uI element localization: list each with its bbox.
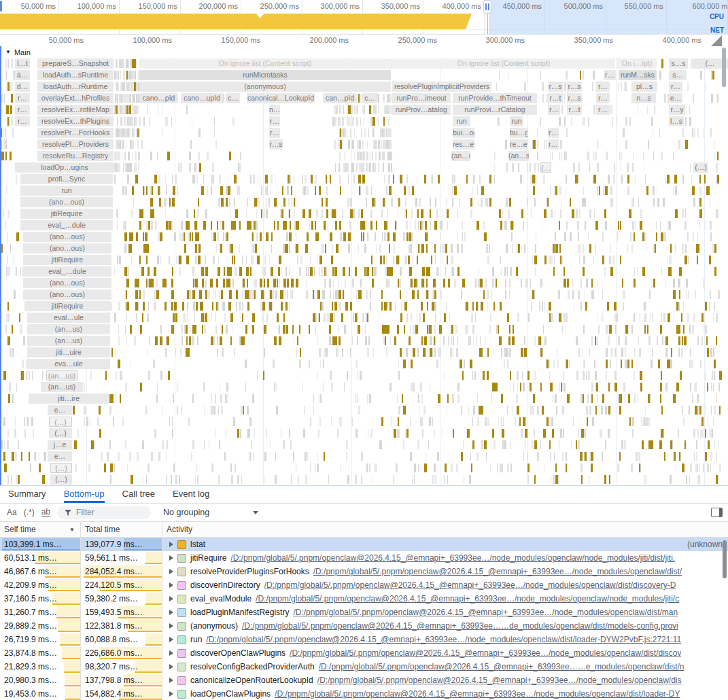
overview-left-handle[interactable] xyxy=(0,1,2,12)
sidebar-toggle-icon[interactable] xyxy=(711,508,723,517)
tab-call-tree[interactable]: Call tree xyxy=(122,486,155,503)
flame-frame[interactable]: resolveEx…rofileMap xyxy=(37,105,114,115)
filter-input[interactable]: Filter xyxy=(57,506,151,519)
expand-triangle-icon[interactable] xyxy=(169,569,173,574)
flame-frame[interactable]: (an…us) xyxy=(27,336,110,346)
source-link[interactable]: /D:/pnpm/global/5/.pnpm/openclaw@2026.4.… xyxy=(264,580,676,590)
flame-frame[interactable]: r… xyxy=(596,105,610,115)
overview-right-handle[interactable] xyxy=(483,0,491,14)
flame-frame[interactable]: pl…s xyxy=(631,82,657,92)
flame-frame[interactable]: resolvePluginImplicitProviders xyxy=(392,82,491,92)
flame-frame[interactable]: d… xyxy=(15,82,30,92)
flame-frame[interactable]: On i…ipt) xyxy=(617,58,657,69)
flame-frame[interactable]: (ano…ous) xyxy=(20,197,113,207)
column-total-time[interactable]: Total time xyxy=(81,522,162,537)
flame-frame[interactable]: r…t xyxy=(548,93,563,103)
flame-frame[interactable]: cano…pId xyxy=(139,93,178,103)
table-row[interactable]: 23,874.8 ms…226,686.0 ms…discoverOpenCla… xyxy=(0,646,728,660)
expand-triangle-icon[interactable] xyxy=(169,664,173,669)
flame-frame[interactable]: (ano…ous) xyxy=(23,232,111,242)
source-link[interactable]: /D:/pnpm/global/5/.pnpm/openclaw@2026.4.… xyxy=(230,553,675,563)
source-link[interactable]: /D:/pnpm/global/5/.pnpm/openclaw@2026.4.… xyxy=(313,567,682,576)
flame-frame[interactable]: (ano…ous) xyxy=(23,290,111,300)
flame-frame[interactable]: r… xyxy=(596,93,610,103)
flame-frame[interactable]: e… xyxy=(48,405,72,415)
flame-frame[interactable]: (an…us) xyxy=(46,370,77,381)
flame-frame[interactable]: re…ey xyxy=(510,139,527,150)
flame-frame[interactable]: c… xyxy=(226,93,240,103)
table-row[interactable]: 29,889.2 ms…122,381.8 ms…(anonymous)/D:/… xyxy=(0,619,728,633)
expand-triangle-icon[interactable] xyxy=(169,582,173,588)
flame-frame[interactable]: can…pId xyxy=(323,93,357,103)
expand-triangle-icon[interactable] xyxy=(169,637,173,642)
source-link[interactable]: /D:/pnpm/global/5/.pnpm/openclaw@2026.4.… xyxy=(256,594,679,603)
flame-frame[interactable]: profi…Sync xyxy=(20,174,113,184)
flame-frame[interactable]: loadAuth…rRuntime xyxy=(37,82,114,92)
source-link[interactable]: /D:/pnpm/global/5/.pnpm/openclaw@2026.4.… xyxy=(319,662,684,671)
flame-frame[interactable]: e… xyxy=(669,93,682,103)
flame-frame[interactable]: r… xyxy=(269,128,280,138)
source-link[interactable]: /D:/pnpm/global/5/.pnpm/openclaw@2026.4.… xyxy=(290,648,681,658)
flame-frame[interactable]: jitiRequire xyxy=(23,255,111,265)
tab-summary[interactable]: Summary xyxy=(8,486,46,503)
timeline-overview[interactable]: 50,000 ms100,000 ms150,000 ms200,000 ms2… xyxy=(0,0,728,35)
flame-frame[interactable]: eva…ule xyxy=(27,359,110,369)
expand-triangle-icon[interactable] xyxy=(169,555,173,561)
flame-frame[interactable]: r… xyxy=(669,82,682,92)
main-track-header[interactable]: ▼ Main xyxy=(0,46,728,58)
flame-frame[interactable]: a… xyxy=(15,70,30,80)
flame-frame[interactable]: r… xyxy=(548,139,559,150)
flame-frame[interactable]: runPro…imeout xyxy=(392,93,451,103)
flame-frame[interactable]: runProv…atalog xyxy=(392,105,451,115)
flame-frame[interactable]: (…) xyxy=(50,474,72,485)
flame-frame[interactable]: r…s xyxy=(269,139,283,150)
table-row[interactable]: 37,160.5 ms…59,380.2 ms…eval_evalModule/… xyxy=(0,592,728,606)
flame-frame[interactable]: res…ey xyxy=(453,139,474,150)
flame-frame[interactable]: (…) xyxy=(49,428,72,438)
flame-frame[interactable]: bui…og xyxy=(453,128,474,138)
tab-event-log[interactable]: Event log xyxy=(173,486,209,503)
expand-triangle-icon[interactable] xyxy=(169,678,173,683)
flame-frame[interactable]: r… xyxy=(15,105,30,115)
flame-frame[interactable]: prepareS…Snapshot xyxy=(37,58,114,69)
flame-frame[interactable]: cano…upId xyxy=(181,93,223,103)
flame-frame[interactable]: l…s xyxy=(669,116,684,126)
flame-frame[interactable]: jiti…ire xyxy=(29,393,109,404)
flame-frame[interactable]: (anonymous) xyxy=(139,82,391,92)
regex-button[interactable]: (.*) xyxy=(24,508,35,517)
flame-frame[interactable]: runMicrotasks xyxy=(139,70,391,80)
flame-frame[interactable]: resolvePr…ForHooks xyxy=(37,128,114,138)
table-row[interactable]: 26,719.9 ms…60,088.8 ms…run/D:/pnpm/glob… xyxy=(0,633,728,646)
flame-frame[interactable]: run xyxy=(510,116,523,126)
flame-frame[interactable]: s…s xyxy=(669,58,688,69)
flame-frame[interactable]: n…s xyxy=(631,93,656,103)
expand-triangle-icon[interactable] xyxy=(169,542,173,547)
flame-frame[interactable]: s… xyxy=(669,70,687,80)
flame-frame[interactable]: (an…us) xyxy=(451,151,470,161)
flame-frame[interactable]: overlayExt…hProfiles xyxy=(37,93,114,103)
flame-frame[interactable]: eval_…dule xyxy=(23,266,111,277)
expand-triangle-icon[interactable] xyxy=(169,623,173,629)
flame-frame[interactable]: (an…us) xyxy=(41,382,83,392)
flame-frame[interactable]: r…s xyxy=(567,82,582,92)
flame-frame[interactable]: runProvide…thTimeout xyxy=(453,93,537,103)
column-self-time[interactable]: Self time ▼ xyxy=(0,522,81,537)
flame-frame[interactable]: j…e xyxy=(48,440,72,450)
flame-frame[interactable]: On ignore list (Content script) xyxy=(392,58,615,69)
source-link[interactable]: /D:/pnpm/global/5/.pnpm/openclaw@2026.4.… xyxy=(275,689,680,699)
grouping-select[interactable]: No grouping xyxy=(163,508,258,517)
table-row[interactable]: 21,829.3 ms…98,320.7 ms…resolveConfigBac… xyxy=(0,660,728,673)
expand-triangle-icon[interactable] xyxy=(169,596,173,601)
flame-frame[interactable]: r… xyxy=(604,70,616,80)
flame-frame[interactable]: r… xyxy=(15,93,30,103)
flame-frame[interactable]: On ignore list (Content script) xyxy=(139,58,391,69)
table-scrollbar[interactable] xyxy=(723,540,727,578)
table-row[interactable]: 31,260.7 ms…159,493.5 ms…loadPluginManif… xyxy=(0,606,728,619)
flame-frame[interactable]: r…s xyxy=(567,93,582,103)
flame-scrollbar[interactable] xyxy=(722,48,726,87)
flame-frame[interactable]: (an…s) xyxy=(508,151,529,161)
flame-frame[interactable]: l…t xyxy=(15,58,30,69)
table-row[interactable]: 60,513.1 ms…59,561.1 ms…jitiRequire/D:/p… xyxy=(0,551,728,565)
flame-frame[interactable]: r…y xyxy=(669,105,685,115)
flame-frame[interactable]: resolvePl…Providers xyxy=(37,139,114,150)
